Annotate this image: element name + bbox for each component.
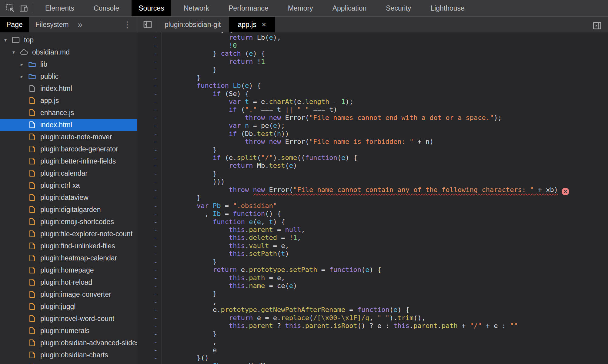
gutter-line-marker[interactable]: - — [137, 314, 162, 322]
tab-network[interactable]: Network — [177, 0, 216, 16]
tab-performance[interactable]: Performance — [222, 0, 276, 16]
tree-item-enhance.js[interactable]: enhance.js — [0, 107, 137, 119]
tree-item-label: plugin:calendar — [40, 169, 88, 177]
gutter-line-marker[interactable]: - — [137, 170, 162, 178]
gutter-line-marker[interactable]: - — [137, 322, 162, 330]
tree-item-plugin:juggl[interactable]: plugin:juggl — [0, 300, 137, 313]
chevron-down-icon[interactable]: ▾ — [12, 49, 20, 55]
gutter-line-marker[interactable]: - — [137, 90, 162, 98]
gutter-line-marker[interactable]: - — [137, 34, 162, 41]
gutter-line-marker[interactable]: - — [137, 338, 162, 346]
gutter-line-marker[interactable]: - — [137, 354, 162, 362]
gutter-line-marker[interactable]: - — [137, 82, 162, 90]
gutter-line-marker[interactable]: - — [137, 250, 162, 258]
debugger-toggle-icon[interactable] — [590, 19, 604, 32]
tree-item-plugin:digitalgarden[interactable]: plugin:digitalgarden — [0, 204, 137, 216]
tree-item-obsidian.md[interactable]: ▾obsidian.md — [0, 46, 137, 58]
folder-icon — [28, 60, 36, 68]
tree-item-index.html[interactable]: index.html — [0, 82, 137, 94]
gutter-line-marker[interactable]: - — [137, 74, 162, 82]
gutter-line-marker[interactable]: - — [137, 106, 162, 114]
gutter-line-marker[interactable]: - — [137, 50, 162, 58]
tab-lighthouse[interactable]: Lighthouse — [423, 0, 472, 16]
tree-item-plugin:numerals[interactable]: plugin:numerals — [0, 325, 137, 337]
tree-item-public[interactable]: ▸public — [0, 70, 137, 82]
gutter-line-marker[interactable]: - — [137, 282, 162, 290]
device-toolbar-icon[interactable] — [17, 2, 30, 15]
tree-item-plugin:hot-reload[interactable]: plugin:hot-reload — [0, 276, 137, 288]
tree-item-plugin:obsidian-charts[interactable]: plugin:obsidian-charts — [0, 349, 137, 361]
gutter-line-marker[interactable]: - — [137, 242, 162, 250]
code-line: - return !1 — [137, 58, 608, 66]
gutter-line-marker[interactable]: - — [137, 330, 162, 338]
tab-sources[interactable]: Sources — [132, 0, 171, 16]
gutter-line-marker[interactable]: - — [137, 290, 162, 298]
tree-item-lib[interactable]: ▸lib — [0, 58, 137, 70]
tree-item-plugin:obsidian-git[interactable]: plugin:obsidian-git — [0, 361, 137, 364]
tree-item-plugin:better-inline-fields[interactable]: plugin:better-inline-fields — [0, 155, 137, 167]
tree-item-plugin:novel-word-count[interactable]: plugin:novel-word-count — [0, 313, 137, 325]
chevron-right-icon[interactable]: ▸ — [21, 61, 28, 67]
more-tabs-icon[interactable]: » — [75, 17, 85, 32]
tab-elements[interactable]: Elements — [38, 0, 81, 16]
gutter-line-marker[interactable]: - — [137, 362, 162, 364]
gutter-line-marker[interactable]: - — [137, 42, 162, 50]
tree-item-app.js[interactable]: app.js — [0, 94, 137, 107]
gutter-line-marker[interactable]: - — [137, 210, 162, 218]
tree-item-plugin:obsidian-advanced-slides[interactable]: plugin:obsidian-advanced-slides — [0, 337, 137, 349]
gutter-line-marker[interactable]: - — [137, 234, 162, 242]
gutter-line-marker[interactable]: - — [137, 274, 162, 282]
tree-item-plugin:emoji-shortcodes[interactable]: plugin:emoji-shortcodes — [0, 216, 137, 228]
tab-memory[interactable]: Memory — [281, 0, 320, 16]
gutter-line-marker[interactable]: - — [137, 58, 162, 66]
tree-item-plugin:dataview[interactable]: plugin:dataview — [0, 191, 137, 204]
more-options-icon[interactable]: ⋮ — [123, 17, 132, 32]
gutter-line-marker[interactable]: - — [137, 130, 162, 138]
navigator-tab-page[interactable]: Page — [0, 17, 29, 32]
gutter-line-marker[interactable]: - — [137, 202, 162, 210]
navigator-toggle-icon[interactable] — [141, 18, 154, 31]
code-line: - ))) — [137, 178, 608, 186]
tree-item-plugin:find-unlinked-files[interactable]: plugin:find-unlinked-files — [0, 240, 137, 252]
gutter-line-marker[interactable]: - — [137, 154, 162, 162]
chevron-down-icon[interactable]: ▾ — [4, 37, 12, 43]
tree-item-plugin:ctrl-xa[interactable]: plugin:ctrl-xa — [0, 179, 137, 191]
gutter-line-marker[interactable]: - — [137, 66, 162, 74]
gutter-line-marker[interactable]: - — [137, 178, 162, 186]
tree-item-index.html[interactable]: index.html — [0, 119, 137, 131]
gutter-line-marker[interactable]: - — [137, 146, 162, 154]
gutter-line-marker[interactable]: - — [137, 226, 162, 234]
tree-item-plugin:homepage[interactable]: plugin:homepage — [0, 264, 137, 276]
tree-item-plugin:calendar[interactable]: plugin:calendar — [0, 167, 137, 179]
tree-item-plugin:barcode-generator[interactable]: plugin:barcode-generator — [0, 143, 137, 155]
close-tab-icon[interactable]: ✕ — [262, 21, 266, 28]
gutter-line-marker[interactable]: - — [137, 122, 162, 130]
gutter-line-marker[interactable]: - — [137, 218, 162, 226]
tree-item-plugin:auto-note-mover[interactable]: plugin:auto-note-mover — [0, 131, 137, 143]
gutter-line-marker[interactable]: - — [137, 266, 162, 274]
tree-item-plugin:image-converter[interactable]: plugin:image-converter — [0, 288, 137, 300]
tab-console[interactable]: Console — [87, 0, 126, 16]
tab-application[interactable]: Application — [326, 0, 374, 16]
gutter-line-marker[interactable]: - — [137, 162, 162, 170]
gutter-line-marker[interactable]: - — [137, 258, 162, 266]
gutter-line-marker[interactable]: - — [137, 138, 162, 146]
tree-item-top[interactable]: ▾top — [0, 34, 137, 46]
tab-security[interactable]: Security — [379, 0, 418, 16]
code-line: - return Lb(e), — [137, 34, 608, 41]
gutter-line-marker[interactable]: - — [137, 194, 162, 202]
navigator-tab-filesystem[interactable]: Filesystem — [29, 17, 75, 32]
inspect-element-icon[interactable] — [4, 2, 17, 15]
tree-item-plugin:heatmap-calendar[interactable]: plugin:heatmap-calendar — [0, 252, 137, 264]
gutter-line-marker[interactable]: - — [137, 98, 162, 106]
tree-item-plugin:file-explorer-note-count[interactable]: plugin:file-explorer-note-count — [0, 228, 137, 240]
gutter-line-marker[interactable]: - — [137, 114, 162, 122]
editor-tab-plugin:obsidian-git[interactable]: plugin:obsidian-git — [156, 17, 229, 32]
gutter-line-marker[interactable]: - — [137, 346, 162, 354]
gutter-line-marker[interactable]: - — [137, 306, 162, 314]
gutter-line-marker[interactable]: - — [137, 298, 162, 306]
gutter-line-marker[interactable]: - — [137, 186, 162, 194]
chevron-right-icon[interactable]: ▸ — [21, 74, 28, 79]
source-editor[interactable]: - try {- return Lb(e),- !0- } catch (e) … — [137, 32, 608, 364]
editor-tab-app.js[interactable]: app.js✕ — [229, 17, 275, 32]
